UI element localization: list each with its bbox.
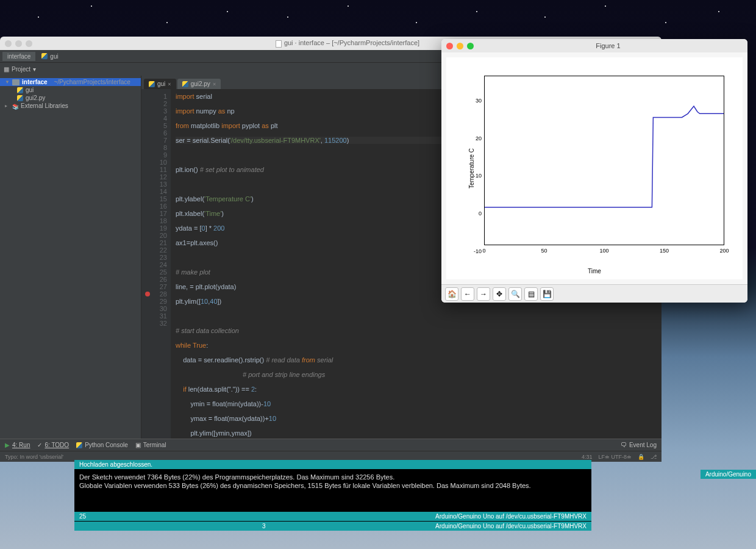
tool-todo[interactable]: ✓ 6: TODO (37, 442, 69, 448)
plot-line (485, 76, 724, 245)
traffic-lights[interactable] (5, 40, 32, 47)
project-selector[interactable]: ▦ Project ▾ (4, 66, 36, 73)
top-tab-interface[interactable]: interface (2, 52, 35, 61)
status-message: Typo: In word 'usbserial' (5, 454, 63, 460)
tool-window-bar: ▶4: Run ✓ 6: TODO Python Console ▣ Termi… (0, 439, 661, 451)
traffic-lights[interactable] (446, 43, 474, 49)
python-icon (76, 442, 82, 448)
python-icon (17, 87, 23, 93)
encoding[interactable]: LF≐ UTF-8≐ (598, 454, 632, 460)
arduino-side-label: Arduino/Genuino (701, 470, 756, 479)
save-button[interactable]: 💾 (540, 287, 554, 301)
tool-run[interactable]: ▶4: Run (5, 442, 30, 448)
python-icon (149, 81, 155, 87)
plot-area (484, 76, 724, 245)
figure-titlebar[interactable]: Figure 1 (441, 39, 747, 52)
tool-eventlog[interactable]: 🗨 Event Log (621, 442, 657, 448)
tree-root[interactable]: ▼ interface ~/PycharmProjects/interface (0, 78, 141, 86)
line-gutter[interactable]: 1234567891011121314151617181920212223242… (141, 89, 171, 439)
arduino-console: Hochladen abgeschlossen. Der Sketch verw… (74, 460, 591, 531)
tree-external-libs[interactable]: ▸External Libraries (0, 102, 141, 110)
tool-terminal[interactable]: ▣ Terminal (135, 442, 166, 448)
arduino-footer: 25 Arduino/Genuino Uno auf /dev/cu.usbse… (74, 512, 591, 521)
arduino-status: Hochladen abgeschlossen. (74, 460, 591, 469)
matplotlib-window: Figure 1 Temperature C Time -10010203005… (441, 39, 747, 303)
arduino-footer-2: 3 Arduino/Genuino Uno auf /dev/cu.usbser… (74, 522, 591, 531)
y-axis-label: Temperature C (468, 148, 475, 188)
forward-button[interactable]: → (477, 287, 490, 301)
close-icon[interactable]: × (168, 81, 171, 87)
tree-file-gui[interactable]: gui (0, 86, 141, 94)
tool-python-console[interactable]: Python Console (76, 442, 128, 448)
library-icon (12, 103, 18, 109)
editor-tab-gui2[interactable]: gui2.py× (177, 79, 221, 89)
arduino-line: Globale Variablen verwenden 533 Bytes (2… (79, 481, 587, 490)
figure-title: Figure 1 (474, 42, 743, 49)
zoom-button[interactable]: 🔍 (508, 287, 522, 301)
caret-position: 4:31 (582, 454, 593, 460)
arduino-output[interactable]: Der Sketch verwendet 7364 Bytes (22%) de… (74, 469, 591, 512)
vcs-icon[interactable]: ⎇ (651, 454, 657, 460)
python-icon (182, 81, 188, 87)
lock-icon[interactable]: 🔒 (638, 454, 644, 460)
close-icon[interactable]: × (213, 81, 216, 87)
home-button[interactable]: 🏠 (445, 287, 458, 301)
figure-toolbar: 🏠 ← → ✥ 🔍 ▤ 💾 (441, 284, 747, 303)
top-tab-gui[interactable]: gui (37, 52, 63, 61)
pan-button[interactable]: ✥ (493, 287, 506, 301)
figure-canvas[interactable]: Temperature C Time -10010203005010015020… (446, 57, 743, 279)
tree-file-gui2[interactable]: gui2.py (0, 94, 141, 102)
editor-tab-gui[interactable]: gui× (144, 79, 176, 89)
subplots-button[interactable]: ▤ (524, 287, 538, 301)
window-title: gui · interface – [~/PycharmProjects/int… (284, 39, 419, 46)
arduino-line: Der Sketch verwendet 7364 Bytes (22%) de… (79, 473, 587, 481)
folder-icon (12, 79, 20, 85)
python-icon (17, 95, 23, 101)
project-tree[interactable]: ▼ interface ~/PycharmProjects/interface … (0, 76, 141, 439)
back-button[interactable]: ← (461, 287, 474, 301)
document-icon (276, 40, 282, 48)
run-icon: ▶ (5, 442, 10, 448)
x-axis-label: Time (588, 268, 601, 274)
python-icon (41, 53, 48, 59)
